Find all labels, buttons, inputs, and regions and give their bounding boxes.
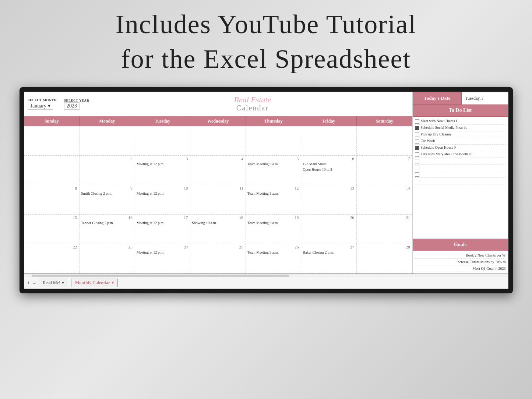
todo-checkbox[interactable]: [415, 152, 419, 157]
calendar-cell[interactable]: 25: [190, 244, 246, 273]
cell-number: 28: [358, 245, 411, 249]
cell-event: Meeting at 12 p.m.: [137, 220, 189, 225]
month-dropdown-icon: ▾: [48, 103, 50, 109]
add-sheet-icon[interactable]: +: [27, 280, 30, 286]
calendar-cell[interactable]: 18Showing 10 a.m.: [190, 215, 246, 244]
controls-row: SELECT MONTH January ▾ SELECT YEAR 2023: [24, 92, 412, 116]
calendar-cell[interactable]: 26Team Meeting 9 a.m.: [246, 244, 302, 273]
todo-item[interactable]: ✓Schedule Social Media Posts fc: [415, 125, 506, 131]
calendar-cell[interactable]: [135, 126, 191, 156]
calendar-cell[interactable]: [190, 126, 246, 156]
month-select[interactable]: January ▾: [28, 102, 53, 110]
calendar-cell[interactable]: 14: [357, 185, 412, 215]
month-label: SELECT MONTH: [28, 98, 57, 102]
goal-item: Book 2 New Clients per W: [415, 252, 506, 259]
todo-item[interactable]: [415, 158, 506, 165]
todo-item[interactable]: [415, 171, 506, 178]
calendar-cell[interactable]: 24Meeting at 12 p.m.: [135, 244, 191, 273]
calendar-cell[interactable]: 5Team Meeting 9 a.m.: [246, 156, 302, 185]
year-value: 2023: [67, 103, 77, 109]
todo-checkbox[interactable]: [415, 166, 419, 170]
cell-number: 6: [303, 156, 355, 161]
cell-event: Team Meeting 9 a.m.: [247, 162, 300, 166]
calendar-cell[interactable]: 13: [301, 185, 357, 215]
todo-text: Meet with New Clients I: [421, 119, 506, 123]
cell-event: Team Meeting 9 a.m.: [247, 220, 300, 225]
todo-checkbox[interactable]: ✓: [415, 126, 419, 130]
calendar-cell[interactable]: 1: [24, 156, 80, 185]
todo-checkbox[interactable]: [415, 119, 419, 124]
calendar-cell[interactable]: 12Team Meeting 9 a.m.: [246, 185, 302, 215]
todo-item[interactable]: Meet with New Clients I: [415, 118, 506, 125]
tab-monthly-calendar-arrow: ▾: [112, 280, 114, 286]
todo-item[interactable]: [415, 178, 506, 184]
todo-header: To Do List: [413, 105, 508, 117]
cell-number: 4: [192, 156, 244, 161]
calendar-cell[interactable]: 15: [24, 215, 80, 244]
todo-item[interactable]: Car Wash: [415, 138, 506, 145]
calendar-cell[interactable]: 19Team Meeting 9 a.m.: [246, 215, 302, 244]
todo-item[interactable]: Talk with Mary about the Booth at: [415, 151, 506, 158]
day-header-thu: Thursday: [246, 116, 302, 126]
page-header: Includes YouTube Tutorial for the Excel …: [116, 7, 417, 76]
cell-number: 11: [192, 186, 244, 190]
todo-checkbox[interactable]: [415, 179, 419, 183]
todo-item[interactable]: ✓Schedule Open House F: [415, 145, 506, 151]
spreadsheet-container: SELECT MONTH January ▾ SELECT YEAR 2023: [20, 87, 513, 293]
cell-event: Meeting at 12 p.m.: [137, 191, 189, 196]
calendar-cell[interactable]: 7: [357, 156, 412, 185]
calendar-cell[interactable]: 23: [80, 244, 135, 273]
scrollbar-thumb: [32, 275, 289, 277]
calendar-cell[interactable]: 4: [190, 156, 246, 185]
day-header-sat: Saturday: [357, 116, 412, 126]
day-header-fri: Friday: [301, 116, 357, 126]
today-date-label: Today's Date: [413, 92, 462, 105]
calendar-cell[interactable]: 9Smith Closing 2 p.m.: [80, 185, 135, 215]
tab-monthly-calendar-label: Monthly Calendar: [75, 280, 110, 286]
calendar-cell[interactable]: 16Tanner Closing 2 p.m.: [80, 215, 135, 244]
calendar-cell[interactable]: 17Meeting at 12 p.m.: [135, 215, 191, 244]
todo-checkbox[interactable]: ✓: [415, 146, 419, 150]
year-select[interactable]: 2023: [64, 102, 80, 110]
cell-number: 13: [303, 186, 355, 190]
calendar-cell[interactable]: 27Baker Closing 2 p.m.: [301, 244, 357, 273]
cell-number: 25: [192, 245, 244, 249]
calendar-cell[interactable]: 3Meeting at 12 p.m.: [135, 156, 191, 185]
todo-text: Schedule Social Media Posts fc: [421, 126, 506, 130]
todo-item[interactable]: Pick up Dry Cleanin: [415, 131, 506, 138]
calendar-cell[interactable]: 6123 Main StreetOpen House 10 to 2: [301, 156, 357, 185]
calendar-cell[interactable]: [24, 126, 80, 156]
right-panel: Today's Date Tuesday, J To Do List Meet …: [412, 92, 508, 273]
calendar-cell[interactable]: 2: [80, 156, 135, 185]
todo-checkbox[interactable]: [415, 172, 419, 177]
cell-number: 22: [26, 245, 78, 249]
calendar-cell[interactable]: 28: [357, 244, 412, 273]
todo-checkbox[interactable]: [415, 139, 419, 144]
calendar-cell[interactable]: [357, 126, 412, 156]
calendar-title-area: Real Estate Calendar: [96, 94, 408, 114]
sheet-menu-icon[interactable]: ≡: [33, 280, 36, 286]
tab-read-me[interactable]: Read Me! ▾: [39, 279, 68, 287]
calendar-cell[interactable]: 20: [301, 215, 357, 244]
cell-event: Smith Closing 2 p.m.: [81, 191, 133, 196]
calendar-cell[interactable]: 8: [24, 185, 80, 215]
todo-list: Meet with New Clients I✓Schedule Social …: [413, 117, 508, 239]
calendar-cell[interactable]: 22: [24, 244, 80, 273]
calendar-cell[interactable]: [80, 126, 135, 156]
scrollbar-area[interactable]: [24, 274, 508, 277]
year-label: SELECT YEAR: [64, 99, 89, 102]
tab-read-me-arrow: ▾: [62, 280, 64, 286]
calendar-cell[interactable]: 10Meeting at 12 p.m.: [135, 185, 191, 215]
todo-checkbox[interactable]: [415, 159, 419, 163]
calendar-cell[interactable]: 11: [190, 185, 246, 215]
calendar-cell[interactable]: [301, 126, 357, 156]
calendar-cell[interactable]: 21: [357, 215, 412, 244]
todo-checkbox[interactable]: [415, 133, 419, 137]
header-line2: for the Excel Spreadsheet: [116, 42, 417, 77]
tab-monthly-calendar[interactable]: Monthly Calendar ▾: [71, 279, 118, 287]
cell-event: Baker Closing 2 p.m.: [303, 250, 355, 255]
todo-item[interactable]: [415, 165, 506, 171]
cell-number: 14: [358, 186, 411, 190]
calendar-cell[interactable]: [246, 126, 302, 156]
todo-text: Schedule Open House F: [421, 145, 506, 149]
